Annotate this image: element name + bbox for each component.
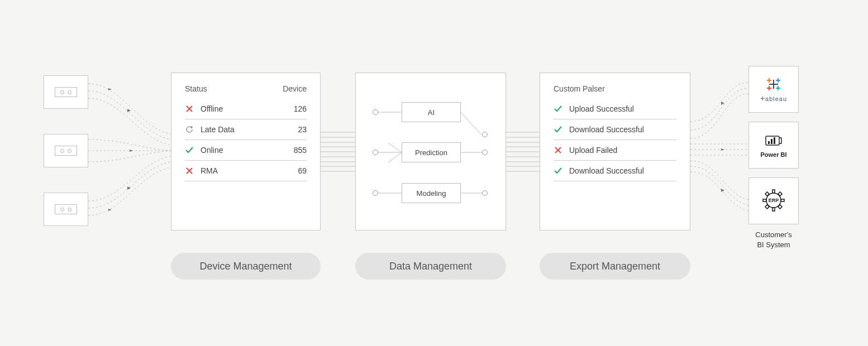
export-row: Upload Failed [554, 140, 676, 161]
flow-rails-1 [321, 132, 355, 172]
svg-rect-35 [781, 199, 784, 201]
device-box-2 [44, 134, 88, 167]
device-row-label: RMA [201, 166, 218, 175]
svg-rect-33 [772, 208, 775, 211]
svg-marker-14 [721, 102, 724, 105]
svg-rect-28 [768, 141, 770, 144]
device-row-label: Late Data [201, 125, 235, 134]
svg-rect-34 [763, 199, 766, 201]
export-row: Upload Successful [554, 99, 676, 119]
device-row-label: Offline [201, 104, 223, 113]
panel-export-management: Custom Palser Upload Successful Download… [540, 73, 690, 230]
port-icon [482, 132, 488, 137]
check-icon [554, 125, 562, 134]
svg-text:ERP: ERP [769, 198, 779, 203]
svg-marker-5 [191, 126, 193, 128]
device-row-value: 23 [298, 125, 307, 134]
device-box-3 [44, 193, 88, 226]
bi-target-tableau: +ableau [748, 66, 799, 113]
port-icon [373, 150, 378, 155]
node-prediction: Prediction [402, 142, 461, 162]
port-icon [373, 190, 378, 196]
device-row-label: Online [201, 146, 223, 155]
port-icon [482, 150, 488, 155]
device-row-rma: RMA 69 [185, 161, 307, 181]
svg-line-13 [388, 152, 402, 162]
device-row-value: 855 [294, 146, 307, 155]
bi-caption: Customer's BI System [748, 230, 799, 249]
powerbi-icon [764, 132, 783, 149]
pill-device-management: Device Management [171, 253, 321, 280]
svg-line-9 [461, 112, 481, 134]
device-row-value: 69 [298, 166, 307, 175]
export-header: Custom Palser [554, 84, 676, 93]
tableau-label: ableau [765, 95, 787, 102]
x-icon [554, 146, 562, 155]
x-icon [185, 166, 194, 175]
export-row-label: Upload Failed [569, 146, 617, 155]
check-icon [185, 146, 194, 155]
flow-rails-2 [506, 132, 540, 172]
port-icon [482, 190, 488, 196]
pill-export-management: Export Management [540, 253, 690, 280]
device-header-device: Device [283, 84, 307, 93]
device-row-online: Online 855 [185, 140, 307, 161]
svg-marker-0 [127, 109, 131, 112]
device-header-status: Status [185, 84, 207, 93]
device-row-value: 126 [294, 104, 307, 113]
port-icon [373, 109, 378, 115]
node-ai: AI [402, 102, 461, 122]
bi-target-erp: ERP [748, 177, 799, 224]
pill-data-management: Data Management [355, 253, 506, 280]
panel-data-management: AI Prediction Modeling [355, 73, 506, 230]
svg-marker-1 [130, 150, 133, 152]
node-modeling: Modeling [402, 183, 461, 203]
svg-marker-3 [108, 88, 112, 90]
device-row-offline: Offline 126 [185, 99, 307, 119]
svg-line-12 [388, 143, 402, 152]
device-box-1 [44, 75, 88, 109]
svg-marker-2 [127, 186, 131, 190]
x-icon [185, 104, 194, 113]
panel-device-management: Status Device Offline 126 Late Data 23 O… [171, 73, 321, 230]
export-row-label: Upload Successful [569, 104, 634, 113]
export-row-label: Download Successful [569, 125, 644, 134]
export-row: Download Successful [554, 161, 676, 181]
device-row-late-data: Late Data 23 [185, 119, 307, 140]
tableau-icon [766, 76, 781, 92]
export-row-label: Download Successful [569, 166, 644, 175]
erp-gear-icon: ERP [761, 188, 786, 214]
flow-lines-left [88, 73, 171, 229]
svg-rect-30 [774, 137, 775, 144]
check-icon [554, 166, 562, 175]
flow-lines-right [690, 66, 748, 233]
svg-marker-15 [721, 148, 724, 151]
export-row: Download Successful [554, 119, 676, 140]
bi-target-powerbi: Power BI [748, 122, 799, 169]
svg-rect-32 [772, 190, 775, 193]
svg-marker-4 [108, 209, 112, 211]
check-icon [554, 104, 562, 113]
refresh-icon [185, 125, 194, 134]
powerbi-label: Power BI [760, 151, 786, 158]
svg-rect-29 [771, 139, 772, 144]
svg-marker-16 [721, 189, 724, 192]
